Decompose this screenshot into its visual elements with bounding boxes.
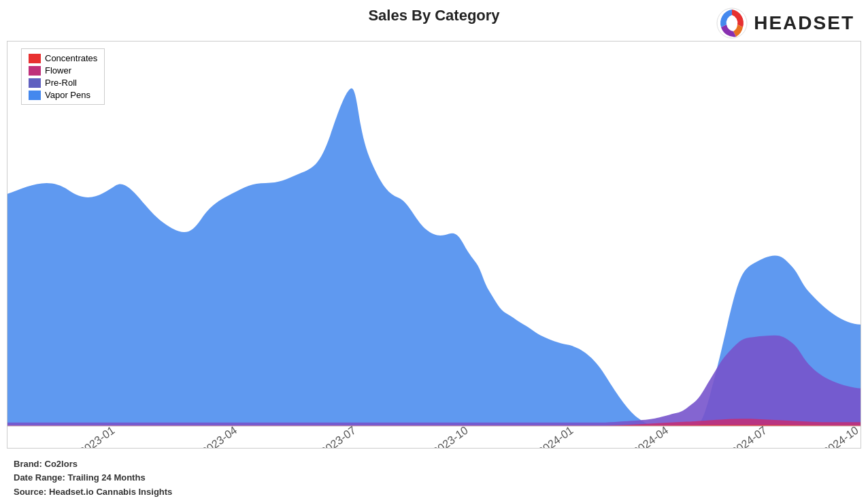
svg-point-1 [727,18,737,28]
svg-text:2024-10: 2024-10 [821,423,861,448]
footer-source: Source: Headset.io Cannabis Insights [14,485,172,500]
page: Sales By Category HEADSET Concentrates [0,0,868,503]
area-chart-svg: 2023-01 2023-04 2023-07 2023-10 2024-01 … [7,42,861,448]
footer-brand: Brand: Co2lors [14,457,172,472]
source-label: Source: [14,487,46,497]
concentrates-label: Concentrates [45,53,97,63]
preroll-color-swatch [29,78,41,88]
svg-text:2023-04: 2023-04 [199,423,239,448]
svg-text:2024-07: 2024-07 [729,423,769,448]
flower-label: Flower [45,65,71,76]
chart-title: Sales By Category [368,7,499,25]
vapor-pens-label: Vapor Pens [45,90,90,100]
preroll-label: Pre-Roll [45,78,77,88]
brand-label: Brand: [14,459,42,469]
legend-item-concentrates: Concentrates [29,53,97,63]
vapor-pens-color-swatch [29,91,41,100]
legend-item-preroll: Pre-Roll [29,78,97,88]
date-range-label: Date Range: [14,472,65,483]
flower-color-swatch [29,66,41,76]
chart-footer: Brand: Co2lors Date Range: Trailing 24 M… [14,457,172,500]
logo-area: HEADSET [716,7,854,39]
legend-item-flower: Flower [29,65,97,76]
chart-legend: Concentrates Flower Pre-Roll Vapor Pens [21,48,105,105]
svg-text:2023-01: 2023-01 [77,423,117,448]
svg-text:2024-04: 2024-04 [631,423,671,448]
legend-item-vapor-pens: Vapor Pens [29,90,97,100]
source-value: Headset.io Cannabis Insights [49,487,172,497]
logo-text: HEADSET [754,12,854,34]
footer-date-range: Date Range: Trailing 24 Months [14,471,172,485]
date-range-value: Trailing 24 Months [67,472,145,483]
headset-logo-icon [716,7,748,39]
svg-text:2023-10: 2023-10 [431,423,471,448]
brand-value: Co2lors [45,459,78,469]
chart-container: Concentrates Flower Pre-Roll Vapor Pens [7,41,861,449]
concentrates-color-swatch [29,54,41,63]
svg-text:2024-01: 2024-01 [535,423,575,448]
svg-text:2023-07: 2023-07 [318,423,358,448]
